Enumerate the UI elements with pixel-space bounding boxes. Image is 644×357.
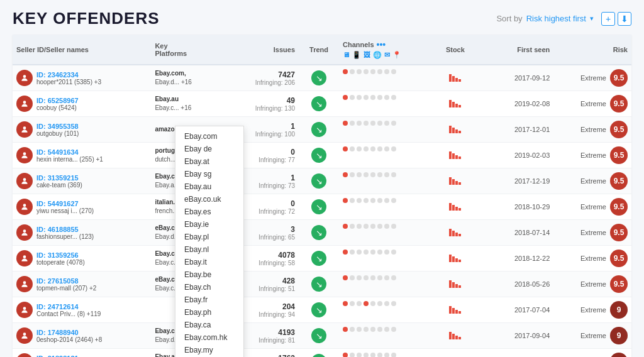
seller-id[interactable]: ID: 54491627: [36, 200, 94, 207]
channel-dot: [343, 172, 348, 177]
table-row[interactable]: ID: 23462334 hooper*2011 (5385) +3 Ebay.…: [13, 65, 631, 91]
table-row[interactable]: ID: 17488940 0eshop-2014 (2464) +8 Ebay.…: [13, 323, 631, 349]
channel-dot: [350, 327, 355, 332]
stock-bars: [436, 74, 474, 82]
first-seen-cell: 2018-07-14: [477, 220, 553, 246]
seller-id[interactable]: ID: 31359215: [36, 174, 82, 182]
seller-id[interactable]: ID: 24712614: [36, 303, 101, 310]
channel-dot: [357, 198, 362, 203]
channel-dot: [370, 327, 375, 332]
seller-id[interactable]: ID: 27615058: [36, 277, 96, 285]
stock-bar: [449, 74, 452, 82]
platform-cell: Ebay.auEbay.c... +16: [151, 91, 227, 117]
table-row[interactable]: ID: 54491627 yiwu nessaj i... (270) ital…: [13, 194, 631, 220]
seller-id[interactable]: ID: 65258967: [36, 97, 79, 104]
stock-bar: [452, 334, 455, 339]
table-row[interactable]: ID: 46188855 fashionsuper... (123) eBay.…: [13, 220, 631, 246]
first-seen-cell: 2017-09-12: [477, 65, 553, 91]
dropdown-item[interactable]: Ebay.ie: [175, 218, 243, 231]
avatar: [16, 327, 33, 344]
seller-name: Contact Priv... (8) +119: [36, 310, 101, 317]
trend-down-icon: ↘: [311, 251, 326, 266]
table-row[interactable]: ID: 31359215 cake-team (369) Ebay.com,Eb…: [13, 168, 631, 194]
table-row[interactable]: ID: 54491634 hexin interna... (255) +1 p…: [13, 143, 631, 168]
table-row[interactable]: ID: 24712614 Contact Priv... (8) +119 20…: [13, 297, 631, 323]
channel-dot: [391, 301, 396, 306]
channel-dot: [391, 69, 396, 74]
stock-bar: [455, 310, 458, 314]
stock-bar: [455, 129, 458, 133]
sort-chevron-icon: ▾: [590, 14, 594, 23]
channel-dot: [364, 353, 369, 357]
table-row[interactable]: ID: 65258967 coobuy (5424) Ebay.auEbay.c…: [13, 91, 631, 117]
dropdown-item[interactable]: Ebay.my: [175, 344, 243, 356]
channel-dot: [350, 275, 355, 280]
col-header-issues: Issues: [227, 35, 299, 65]
seller-name: outgobuy (101): [36, 130, 79, 137]
sort-label: Sort by: [496, 14, 522, 23]
seller-name: coobuy (5424): [36, 104, 79, 111]
dropdown-item[interactable]: Ebay.com: [175, 130, 243, 143]
dropdown-item[interactable]: Ebay.ph: [175, 306, 243, 319]
dropdown-item[interactable]: Ebay.com.hk: [175, 331, 243, 344]
trend-cell: ↘: [299, 220, 339, 246]
channel-dot: [370, 275, 375, 280]
table-row[interactable]: ID: 27615058 topmen-mall (207) +2 eBay.c…: [13, 272, 631, 297]
seller-id[interactable]: ID: 21898131: [36, 354, 104, 358]
trend-cell: ↘: [299, 349, 339, 358]
platform-item: Ebay.c... +16: [155, 104, 223, 113]
table-row[interactable]: ID: 21898131 world-eshoping (588) +3 Eba…: [13, 349, 631, 358]
risk-score-badge: 9: [610, 353, 628, 357]
sort-dropdown[interactable]: Risk highest first: [526, 14, 586, 23]
channel-icon-desktop: 🖥: [343, 51, 350, 59]
channel-dot: [357, 146, 362, 151]
stock-bar: [455, 155, 458, 159]
channel-dot: [370, 95, 375, 100]
channels-options-icon[interactable]: •••: [377, 40, 386, 50]
first-seen-cell: 2017-09-04: [477, 323, 553, 349]
svg-point-1: [23, 101, 26, 104]
trend-cell: ↘: [299, 65, 339, 91]
issues-infringing: Infringing: 130: [231, 105, 295, 112]
dropdown-item[interactable]: Ebay.be: [175, 268, 243, 281]
seller-id[interactable]: ID: 23462334: [36, 71, 101, 79]
seller-id[interactable]: ID: 34955358: [36, 123, 79, 130]
dropdown-item[interactable]: Ebay.au: [175, 180, 243, 193]
channel-icon-pin: 📍: [392, 51, 401, 59]
channel-dot: [391, 146, 396, 151]
table-row[interactable]: ID: 31359256 totoperate (4078) Ebay.com,…: [13, 246, 631, 272]
channel-dot: [384, 198, 389, 203]
add-button[interactable]: +: [601, 12, 615, 26]
stock-bar: [458, 105, 461, 107]
trend-down-icon: ↘: [311, 122, 326, 137]
table-row[interactable]: ID: 34955358 outgobuy (101) amazon... 1 …: [13, 117, 631, 143]
dropdown-item[interactable]: Ebay de: [175, 143, 243, 155]
risk-cell: Extreme 9.5: [553, 168, 631, 194]
channels-cell: [339, 323, 433, 336]
dropdown-item[interactable]: Ebay.ch: [175, 281, 243, 294]
seller-id[interactable]: ID: 31359256: [36, 251, 85, 259]
channel-dot: [384, 301, 389, 306]
dropdown-item[interactable]: Ebay sg: [175, 168, 243, 180]
dropdown-item[interactable]: eBay.co.uk: [175, 193, 243, 206]
dropdown-item[interactable]: Ebay.fr: [175, 294, 243, 306]
seller-id[interactable]: ID: 54491634: [36, 148, 103, 156]
avatar: [16, 121, 33, 138]
dropdown-item[interactable]: Ebay.es: [175, 206, 243, 218]
channel-dot: [350, 224, 355, 229]
risk-label: Extreme: [580, 177, 606, 185]
first-seen-cell: 2018-12-22: [477, 246, 553, 272]
dropdown-item[interactable]: Ebay.at: [175, 155, 243, 168]
seller-id[interactable]: ID: 17488940: [36, 329, 102, 336]
avatar: [16, 250, 33, 266]
dropdown-item[interactable]: Ebay.nl: [175, 243, 243, 256]
channels-cell: [339, 246, 433, 258]
dropdown-item[interactable]: Ebay.ca: [175, 319, 243, 331]
channel-dot: [343, 275, 348, 280]
dropdown-item[interactable]: Ebay.it: [175, 256, 243, 268]
seller-id[interactable]: ID: 46188855: [36, 226, 94, 233]
download-button[interactable]: ⬇: [618, 12, 631, 26]
dropdown-item[interactable]: Ebay.pl: [175, 231, 243, 243]
risk-label: Extreme: [580, 151, 606, 159]
channel-icon-mobile: 📱: [352, 51, 361, 59]
